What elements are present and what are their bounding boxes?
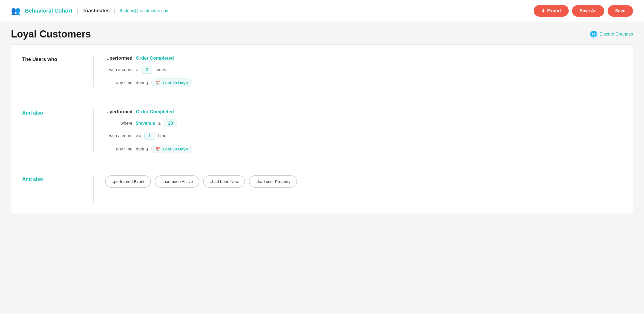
row-2-label: And also — [11, 109, 93, 116]
row1-operator: > — [136, 67, 138, 72]
row1-anytime-label: any time — [105, 80, 133, 85]
row2-during-label: during — [136, 147, 148, 152]
row2-event-name[interactable]: Order Completed — [136, 109, 174, 115]
row1-date-text: Last 30 Days — [163, 80, 188, 85]
row2-line1: ..performed Order Completed — [105, 109, 622, 115]
row2-anytime-label: any time — [105, 147, 133, 152]
row-1-content: ..performed Order Completed with a count… — [94, 56, 633, 87]
header-title: Behavioral Cohort — [25, 8, 72, 14]
row2-line3: with a count >= 1 time — [105, 132, 622, 140]
save-as-button[interactable]: Save As — [572, 5, 604, 17]
row-1-label: The Users who — [11, 56, 93, 62]
row2-line4: any time during 📅 Last 30 Days — [105, 145, 622, 153]
row1-times-label: times — [156, 67, 166, 72]
header-divider2: | — [114, 8, 115, 14]
globe-icon: 🌐 — [590, 31, 597, 38]
cohort-row-3: And also ..performed Event ..had been Ac… — [11, 164, 633, 214]
row2-count-label: with a count — [105, 133, 133, 138]
brand-icon: 👥 — [11, 6, 21, 15]
option-performed-event[interactable]: ..performed Event — [105, 175, 151, 188]
row2-gte-count-operator: >= — [136, 133, 141, 138]
row2-date-text: Last 30 Days — [163, 147, 188, 151]
calendar-icon-2: 📅 — [156, 147, 160, 151]
download-icon: ⬇ — [541, 8, 545, 13]
row1-line1: ..performed Order Completed — [105, 56, 622, 61]
header-actions: ⬇ Export Save As Save — [534, 5, 633, 17]
header-email: thatguy@toastmates.com — [120, 8, 169, 13]
row1-count-label: with a count — [105, 67, 133, 72]
option-had-been-new[interactable]: ..had been New — [203, 175, 245, 188]
row2-count-value[interactable]: 1 — [144, 132, 155, 140]
header: 👥 Behavioral Cohort | Toastmates | thatg… — [0, 0, 644, 22]
row1-count-value[interactable]: 2 — [142, 66, 152, 74]
row-1-label-text: The Users who — [22, 57, 57, 62]
export-button[interactable]: ⬇ Export — [534, 5, 569, 17]
main-card: The Users who ..performed Order Complete… — [11, 44, 633, 214]
row2-where-label: where — [105, 121, 133, 126]
export-label: Export — [547, 8, 561, 13]
save-as-label: Save As — [580, 8, 597, 13]
row2-performed-label: ..performed — [105, 109, 133, 115]
header-divider1: | — [77, 8, 78, 14]
header-org: Toastmates — [83, 8, 110, 14]
row2-line2: where $revenue ≥ 20 — [105, 120, 622, 127]
save-label: Save — [615, 8, 625, 13]
row2-gte-operator: ≥ — [158, 121, 161, 126]
header-left: 👥 Behavioral Cohort | Toastmates | thatg… — [11, 6, 169, 15]
option-buttons: ..performed Event ..had been Active ..ha… — [105, 175, 622, 188]
row-2-content: ..performed Order Completed where $reven… — [94, 109, 633, 153]
row1-performed-label: ..performed — [105, 56, 133, 61]
row1-during-label: during — [136, 80, 148, 85]
cohort-row-1: The Users who ..performed Order Complete… — [11, 45, 633, 98]
option-had-been-active[interactable]: ..had been Active — [155, 175, 199, 188]
row2-revenue-value[interactable]: 20 — [164, 120, 177, 127]
row2-property[interactable]: $revenue — [136, 121, 155, 126]
row1-line3: any time during 📅 Last 30 Days — [105, 78, 622, 87]
row1-event-name[interactable]: Order Completed — [136, 56, 174, 61]
discard-changes-link[interactable]: 🌐 Discard Changes — [590, 31, 633, 38]
row2-time-label: time — [158, 133, 166, 138]
cohort-row-2: And also ..performed Order Completed whe… — [11, 98, 633, 164]
discard-label: Discard Changes — [599, 32, 633, 37]
row-3-label-text: And also — [22, 176, 43, 182]
row-2-label-text: And also — [22, 110, 43, 116]
page-title: Loyal Customers — [11, 28, 91, 40]
option-had-user-property[interactable]: ..had user Property — [249, 175, 297, 188]
row1-line2: with a count > 2 times — [105, 66, 622, 74]
row-3-label: And also — [11, 175, 93, 182]
calendar-icon-1: 📅 — [156, 81, 160, 85]
row2-date-badge[interactable]: 📅 Last 30 Days — [151, 145, 192, 153]
save-button[interactable]: Save — [608, 5, 633, 17]
row-3-content: ..performed Event ..had been Active ..ha… — [94, 175, 633, 188]
page-header: Loyal Customers 🌐 Discard Changes — [0, 22, 644, 44]
row1-date-badge[interactable]: 📅 Last 30 Days — [151, 78, 192, 87]
